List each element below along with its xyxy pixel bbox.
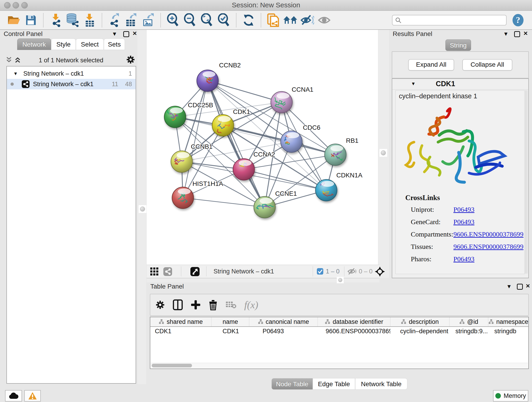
control-panel-title: Control Panel (4, 30, 43, 38)
window-close-button[interactable] (4, 2, 11, 8)
bottom-splitter[interactable] (147, 278, 380, 282)
automation-cloud-button[interactable] (5, 390, 22, 402)
table-panel-float-icon[interactable] (517, 284, 523, 290)
network-node-CDC25B[interactable] (164, 106, 186, 128)
table-row[interactable]: CDK1 CDK1 P06493 9606.ENSP00000378699 cy… (150, 327, 528, 336)
column-header[interactable]: name (211, 317, 249, 326)
network-node-HIST1H1A[interactable] (172, 187, 194, 209)
hide-details-button[interactable] (300, 13, 315, 27)
import-network-button[interactable] (48, 13, 63, 27)
expand-all-icon[interactable] (14, 56, 21, 63)
show-details-button[interactable] (317, 13, 331, 27)
clone-network-button[interactable] (266, 13, 281, 27)
open-session-button[interactable] (7, 13, 21, 27)
crosslink-pharos-link[interactable]: P06493 (453, 255, 475, 263)
network-node-CDKN1A[interactable] (316, 179, 337, 201)
protein-expand-arrow-icon[interactable]: ▼ (411, 81, 416, 86)
network-node-RB1[interactable] (325, 144, 346, 166)
show-all-networks-button[interactable] (283, 13, 298, 27)
network-node-CCNA1[interactable] (271, 91, 292, 113)
memory-button[interactable]: Memory (493, 390, 528, 402)
network-node-CCNB2[interactable] (197, 70, 218, 91)
zoom-in-button[interactable] (166, 13, 180, 27)
add-column-plus-icon[interactable] (191, 300, 201, 310)
tab-network[interactable]: Network (17, 38, 51, 50)
network-edge[interactable] (208, 81, 282, 102)
control-panel-menu-arrow-icon[interactable]: ▼ (112, 31, 117, 37)
network-badge-icon[interactable] (163, 267, 172, 276)
control-panel-close-icon[interactable]: ✕ (133, 30, 137, 37)
table-horizontal-scrollbar[interactable] (151, 363, 528, 368)
network-node-CDK1[interactable] (212, 115, 234, 136)
results-panel-float-icon[interactable] (514, 31, 520, 37)
export-table-button[interactable] (124, 13, 139, 27)
tab-select[interactable]: Select (76, 38, 104, 50)
network-edge[interactable] (183, 198, 265, 207)
network-collection-row[interactable]: ▼ String Network – cdk1 1 (7, 68, 136, 79)
network-node-CCNE1[interactable] (254, 196, 275, 218)
collection-expand-arrow-icon[interactable]: ▼ (13, 71, 18, 76)
import-table-button[interactable] (82, 13, 97, 27)
network-node-CCNA2[interactable] (233, 159, 254, 180)
delete-column-trash-icon[interactable] (209, 299, 218, 310)
results-scrollbar[interactable] (525, 90, 528, 274)
results-panel-close-icon[interactable]: ✕ (523, 30, 528, 37)
column-header[interactable]: canonical name (249, 317, 318, 326)
save-session-button[interactable] (24, 13, 38, 27)
collapse-all-button[interactable]: Collapse All (462, 59, 512, 70)
left-splitter-grip[interactable] (139, 205, 146, 213)
network-node-CCNB1[interactable] (171, 151, 192, 172)
tab-style[interactable]: Style (51, 38, 76, 50)
export-image-button[interactable] (141, 13, 156, 27)
birds-eye-grid-icon[interactable] (150, 268, 158, 276)
control-panel-float-icon[interactable] (123, 31, 129, 37)
network-options-gear-icon[interactable] (126, 55, 135, 64)
import-network-from-database-button[interactable] (65, 13, 80, 27)
hidden-eye-slash-icon[interactable] (347, 268, 357, 275)
netbar-separator (344, 266, 344, 276)
results-panel-menu-arrow-icon[interactable]: ▼ (503, 31, 509, 37)
fit-selected-crosshair-icon[interactable] (375, 267, 385, 277)
expand-all-button[interactable]: Expand All (408, 59, 454, 70)
column-header[interactable]: namespace (488, 317, 528, 326)
selected-checkbox-icon[interactable] (317, 268, 323, 275)
table-panel-menu-arrow-icon[interactable]: ▼ (506, 283, 512, 290)
window-minimize-button[interactable] (13, 2, 19, 8)
collapse-all-icon[interactable] (6, 56, 12, 63)
zoom-fit-button[interactable] (200, 13, 214, 27)
show-columns-icon[interactable] (173, 299, 183, 310)
column-header[interactable]: shared name (150, 317, 211, 326)
crosslink-compartments-link[interactable]: 9606.ENSP00000378699 (453, 230, 524, 238)
window-zoom-button[interactable] (21, 2, 28, 8)
column-header[interactable]: @id (450, 317, 488, 326)
tab-sets[interactable]: Sets (104, 38, 125, 50)
crosslink-tissues-link[interactable]: 9606.ENSP00000378699 (453, 243, 524, 250)
delete-table-icon[interactable] (225, 301, 236, 309)
table-settings-gear-icon[interactable] (155, 300, 165, 310)
tab-network-table[interactable]: Network Table (355, 378, 407, 390)
network-node-CDC6[interactable] (281, 131, 302, 153)
tab-edge-table[interactable]: Edge Table (313, 378, 355, 390)
search-input[interactable] (392, 15, 507, 26)
network-view-canvas[interactable]: CCNB2CCNA1CDC25BCDK1CDC6RB1CCNB1CCNA2CDK… (147, 30, 378, 265)
tab-node-table[interactable]: Node Table (272, 378, 313, 390)
results-tab-string[interactable]: String (445, 39, 471, 51)
right-splitter-grip[interactable] (380, 149, 387, 157)
column-header[interactable]: database identifier (318, 317, 390, 326)
network-row-selected[interactable]: String Network – cdk1 11 48 (7, 79, 136, 89)
zoom-out-button[interactable] (183, 13, 197, 27)
table-panel-close-icon[interactable]: ✕ (526, 283, 530, 289)
cloud-icon (8, 392, 19, 399)
column-header[interactable]: description (390, 317, 449, 326)
string-network-graph[interactable]: CCNB2CCNA1CDC25BCDK1CDC6RB1CCNB1CCNA2CDK… (147, 30, 378, 265)
crosslink-genecard-link[interactable]: P06493 (453, 218, 475, 226)
zoom-selected-button[interactable] (216, 13, 231, 27)
scrollbar-thumb[interactable] (152, 364, 192, 367)
export-network-button[interactable] (107, 13, 122, 27)
crosslink-uniprot-link[interactable]: P06493 (453, 206, 475, 213)
network-edge[interactable] (208, 81, 265, 207)
refresh-button[interactable] (241, 13, 256, 27)
warnings-button[interactable] (24, 390, 41, 402)
help-button[interactable]: ? (511, 13, 525, 27)
open-in-new-window-icon[interactable] (190, 267, 200, 276)
